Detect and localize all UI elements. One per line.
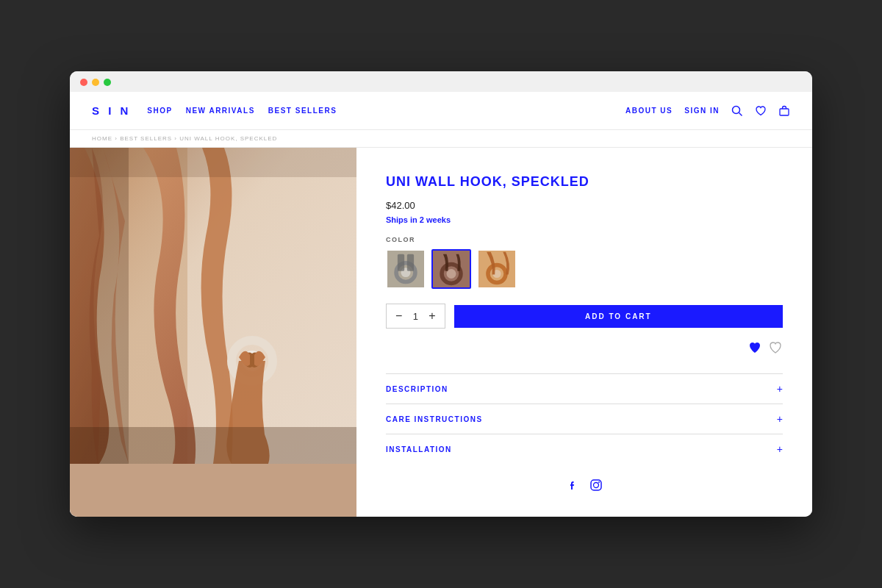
accordion-label-care: CARE INSTRUCTIONS: [386, 415, 483, 423]
breadcrumb-current: UNI WALL HOOK, SPECKLED: [179, 135, 277, 142]
purchase-row: − 1 + ADD TO CART: [386, 304, 783, 329]
product-layout: UNI WALL HOOK, SPECKLED $42.00 Ships in …: [70, 148, 812, 517]
facebook-icon[interactable]: [566, 478, 579, 495]
product-image-svg: [70, 148, 356, 464]
breadcrumb-home[interactable]: HOME: [92, 135, 112, 142]
accordion-label-description: DESCRIPTION: [386, 385, 448, 393]
accordion: DESCRIPTION + CARE INSTRUCTIONS + INSTAL…: [386, 373, 783, 464]
product-image-column: [70, 148, 356, 517]
add-to-cart-button[interactable]: ADD TO CART: [454, 305, 783, 328]
main-nav: SHOP NEW ARRIVALS BEST SELLERS: [147, 107, 337, 115]
accordion-item-installation[interactable]: INSTALLATION +: [386, 434, 783, 464]
color-label: COLOR: [386, 236, 783, 243]
color-swatch-3[interactable]: [477, 249, 517, 289]
shipping-info: Ships in 2 weeks: [386, 215, 783, 224]
accordion-label-installation: INSTALLATION: [386, 445, 452, 453]
wishlist-outline-icon[interactable]: [768, 340, 783, 359]
product-details-column: UNI WALL HOOK, SPECKLED $42.00 Ships in …: [356, 148, 812, 517]
browser-dot-red[interactable]: [80, 79, 87, 86]
svg-rect-11: [70, 148, 356, 177]
accordion-plus-description: +: [777, 383, 783, 395]
browser-window: S I N SHOP NEW ARRIVALS BEST SELLERS ABO…: [70, 71, 812, 517]
accordion-plus-installation: +: [777, 443, 783, 455]
site-logo[interactable]: S I N: [92, 104, 131, 117]
svg-line-1: [739, 112, 742, 115]
site-wrapper: S I N SHOP NEW ARRIVALS BEST SELLERS ABO…: [70, 92, 812, 517]
quantity-control: − 1 +: [386, 304, 445, 329]
social-row: [386, 478, 783, 495]
svg-rect-16: [407, 254, 414, 271]
svg-point-27: [598, 481, 600, 483]
wishlist-row: [386, 340, 783, 359]
quantity-value: 1: [409, 311, 421, 322]
header-right: ABOUT US SIGN IN: [625, 105, 790, 117]
product-title: UNI WALL HOOK, SPECKLED: [386, 174, 783, 190]
color-swatch-2[interactable]: [431, 249, 471, 289]
color-swatch-1[interactable]: [386, 249, 426, 289]
header: S I N SHOP NEW ARRIVALS BEST SELLERS ABO…: [70, 92, 812, 130]
color-swatches: [386, 249, 783, 289]
quantity-plus-button[interactable]: +: [429, 310, 435, 322]
breadcrumb: HOME › BEST SELLERS › UNI WALL HOOK, SPE…: [70, 130, 812, 148]
cart-icon[interactable]: [778, 105, 790, 117]
nav-item-sign-in[interactable]: SIGN IN: [684, 107, 720, 115]
nav-item-best-sellers[interactable]: BEST SELLERS: [268, 107, 337, 115]
svg-rect-15: [398, 254, 404, 271]
browser-dot-yellow[interactable]: [92, 79, 99, 86]
nav-item-about-us[interactable]: ABOUT US: [625, 107, 673, 115]
product-price: $42.00: [386, 200, 783, 211]
header-left: S I N SHOP NEW ARRIVALS BEST SELLERS: [92, 104, 337, 117]
svg-rect-2: [780, 109, 789, 115]
instagram-icon[interactable]: [589, 478, 603, 495]
accordion-item-description[interactable]: DESCRIPTION +: [386, 373, 783, 404]
search-icon[interactable]: [731, 105, 743, 117]
browser-chrome: [70, 71, 812, 92]
svg-rect-10: [70, 148, 129, 464]
breadcrumb-best-sellers[interactable]: BEST SELLERS: [120, 135, 172, 142]
wishlist-filled-icon[interactable]: [747, 340, 762, 359]
svg-point-0: [733, 106, 740, 113]
nav-item-shop[interactable]: SHOP: [147, 107, 172, 115]
quantity-minus-button[interactable]: −: [395, 310, 402, 322]
svg-point-26: [594, 483, 599, 488]
svg-rect-25: [591, 480, 601, 490]
product-image: [70, 148, 356, 464]
wishlist-icon[interactable]: [755, 105, 767, 117]
accordion-item-care[interactable]: CARE INSTRUCTIONS +: [386, 404, 783, 434]
accordion-plus-care: +: [777, 413, 783, 425]
browser-dot-green[interactable]: [104, 79, 111, 86]
nav-item-new-arrivals[interactable]: NEW ARRIVALS: [186, 107, 255, 115]
